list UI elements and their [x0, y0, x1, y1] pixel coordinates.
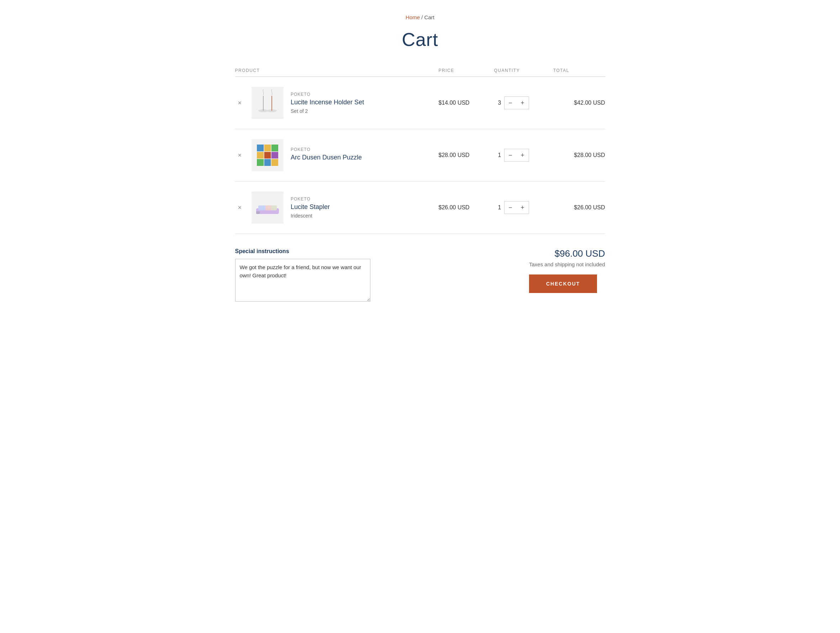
product-brand: POKETO — [291, 147, 438, 152]
product-total: $28.00 USD — [574, 152, 605, 158]
product-name: Lucite Stapler — [291, 203, 438, 211]
svg-rect-0 — [253, 89, 282, 117]
order-total: $96.00 USD — [529, 248, 605, 259]
product-image — [251, 191, 284, 223]
quantity-decrease-button[interactable]: − — [505, 97, 516, 109]
page-title: Cart — [235, 29, 605, 50]
quantity-number: 1 — [494, 204, 501, 211]
svg-rect-13 — [257, 159, 264, 166]
svg-rect-9 — [271, 144, 278, 152]
product-price: $26.00 USD — [439, 204, 470, 210]
product-cell: × POKETO Lucite Incense Holder Set Set o… — [235, 87, 439, 119]
product-total: $26.00 USD — [574, 204, 605, 210]
quantity-increase-button[interactable]: + — [516, 149, 529, 161]
quantity-decrease-button[interactable]: − — [505, 201, 516, 214]
quantity-number: 1 — [494, 152, 501, 158]
svg-rect-24 — [265, 206, 271, 210]
remove-button[interactable]: × — [235, 203, 245, 212]
svg-rect-10 — [257, 152, 264, 159]
svg-rect-11 — [264, 152, 271, 159]
col-header-price: PRICE — [439, 65, 494, 77]
svg-rect-23 — [258, 206, 265, 210]
quantity-decrease-button[interactable]: − — [505, 149, 516, 161]
quantity-controls: − + — [504, 149, 529, 161]
order-summary: $96.00 USD Taxes and shipping not includ… — [529, 248, 605, 293]
svg-rect-26 — [256, 211, 260, 214]
product-price: $14.00 USD — [439, 100, 470, 106]
svg-rect-25 — [271, 206, 277, 210]
quantity-number: 3 — [494, 100, 501, 106]
special-instructions-label: Special instructions — [235, 248, 370, 255]
svg-rect-14 — [264, 159, 271, 166]
svg-rect-12 — [271, 152, 278, 159]
cart-table: PRODUCT PRICE QUANTITY TOTAL × — [235, 65, 605, 234]
quantity-cell: 1 − + — [494, 201, 553, 214]
product-cell: × POKET — [235, 139, 439, 171]
col-header-product: PRODUCT — [235, 65, 439, 77]
quantity-cell: 3 − + — [494, 97, 553, 109]
product-price: $28.00 USD — [439, 152, 470, 158]
remove-button[interactable]: × — [235, 150, 245, 160]
remove-button[interactable]: × — [235, 98, 245, 108]
product-total: $42.00 USD — [574, 100, 605, 106]
checkout-button[interactable]: CHECKOUT — [529, 274, 597, 293]
product-name: Lucite Incense Holder Set — [291, 98, 438, 106]
table-row: × POKETO Lucite Incense Holder Set Set o… — [235, 77, 605, 129]
quantity-increase-button[interactable]: + — [516, 97, 529, 109]
order-tax-note: Taxes and shipping not included — [529, 261, 605, 267]
product-image — [251, 87, 284, 119]
product-info: POKETO Lucite Stapler Iridescent — [291, 196, 438, 218]
cart-bottom: Special instructions $96.00 USD Taxes an… — [235, 248, 605, 303]
special-instructions-input[interactable] — [235, 259, 370, 302]
table-row: × POKETO Lucite Stapler Iridescent — [235, 182, 605, 234]
product-image — [251, 139, 284, 171]
quantity-cell: 1 − + — [494, 149, 553, 161]
product-variant: Iridescent — [291, 213, 438, 218]
col-header-quantity: QUANTITY — [494, 65, 553, 77]
breadcrumb-separator: / Cart — [421, 14, 434, 20]
svg-rect-7 — [257, 144, 264, 152]
svg-rect-8 — [264, 144, 271, 152]
col-header-total: TOTAL — [553, 65, 605, 77]
quantity-controls: − + — [504, 97, 529, 109]
product-cell: × POKETO Lucite Stapler Iridescent — [235, 191, 439, 223]
table-row: × POKET — [235, 129, 605, 182]
product-variant: Set of 2 — [291, 108, 438, 114]
product-info: POKETO Arc Dusen Dusen Puzzle — [291, 147, 438, 163]
product-brand: POKETO — [291, 92, 438, 97]
breadcrumb-home-link[interactable]: Home — [406, 14, 420, 20]
special-instructions-section: Special instructions — [235, 248, 370, 303]
breadcrumb: Home / Cart — [235, 14, 605, 20]
product-brand: POKETO — [291, 196, 438, 201]
product-info: POKETO Lucite Incense Holder Set Set of … — [291, 92, 438, 114]
product-name: Arc Dusen Dusen Puzzle — [291, 154, 438, 161]
quantity-controls: − + — [504, 201, 529, 214]
quantity-increase-button[interactable]: + — [516, 201, 529, 214]
svg-rect-15 — [271, 159, 278, 166]
